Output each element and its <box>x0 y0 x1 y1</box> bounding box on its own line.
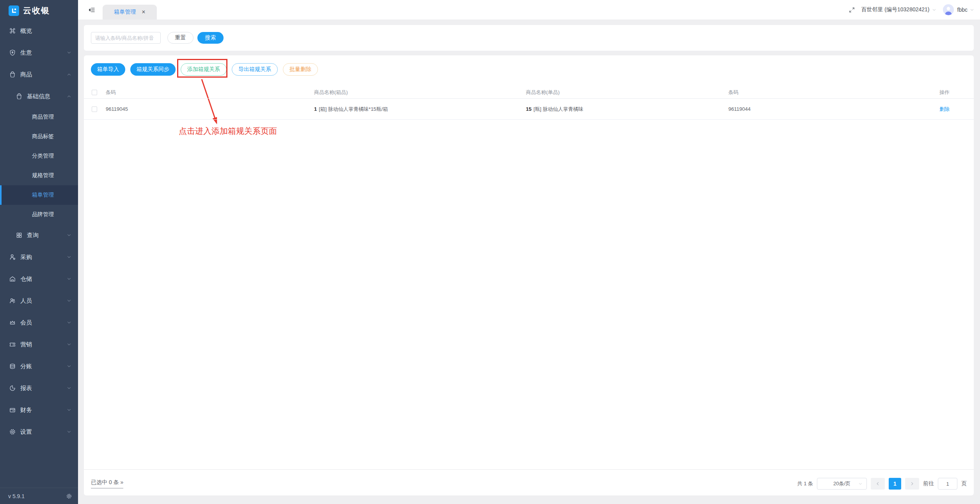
sidebar-item-label: 分类管理 <box>32 153 54 160</box>
ledger-icon <box>9 363 16 370</box>
sidebar-item-ledger[interactable]: 分账 <box>0 355 78 377</box>
row-barcode-unit: 96119044 <box>728 99 751 119</box>
sync-box-spec-button[interactable]: 箱规关系同步 <box>130 63 176 76</box>
table-panel: 箱单导入 箱规关系同步 添加箱规关系 导出箱规关系 批量删除 点击进入添加箱规关… <box>84 55 974 495</box>
reset-button[interactable]: 重置 <box>167 32 194 44</box>
page-size-select[interactable]: 20条/页 <box>817 478 867 490</box>
sidebar-item-label: 品牌管理 <box>32 211 54 218</box>
menu-fold-icon[interactable] <box>88 6 96 14</box>
staff-icon <box>9 297 16 304</box>
row-name-box: 1 [箱] 脉动仙人掌青橘味*15瓶/箱 <box>314 99 388 119</box>
chevron-down-icon <box>67 50 71 55</box>
sidebar-item-marketing[interactable]: 营销 <box>0 334 78 355</box>
search-button[interactable]: 搜索 <box>197 32 224 44</box>
purchase-icon <box>9 254 16 261</box>
page-number-1[interactable]: 1 <box>889 478 901 490</box>
sidebar-item-label: 箱单管理 <box>32 192 54 199</box>
sidebar-item-goods[interactable]: 商品 <box>0 64 78 85</box>
sidebar-item-packing-manage[interactable]: 箱单管理 <box>0 185 78 205</box>
sidebar-item-label: 营销 <box>20 341 32 348</box>
batch-delete-button[interactable]: 批量删除 <box>283 63 318 76</box>
store-dropdown[interactable]: 百世邻里 (编号1032802421) <box>861 6 936 13</box>
sidebar-item-label: 人员 <box>20 297 32 305</box>
sidebar-item-business[interactable]: 生意 <box>0 42 78 64</box>
sidebar-menu: 概览生意商品基础信息商品管理商品标签分类管理规格管理箱单管理品牌管理查询采购仓储… <box>0 20 78 443</box>
report-icon <box>9 385 16 392</box>
sidebar-item-query[interactable]: 查询 <box>0 224 78 246</box>
add-box-spec-button[interactable]: 添加箱规关系 <box>181 63 227 76</box>
col-barcode-box: 条码 <box>106 87 116 98</box>
row-checkbox[interactable] <box>92 106 97 112</box>
sidebar-item-label: 分账 <box>20 363 32 370</box>
goto-page-input[interactable] <box>938 478 957 490</box>
info-icon <box>16 93 23 100</box>
sidebar-item-spec-manage[interactable]: 规格管理 <box>0 166 78 185</box>
sidebar-item-label: 采购 <box>20 254 32 261</box>
sidebar-item-finance[interactable]: 财务 <box>0 399 78 421</box>
chevron-down-icon <box>67 386 71 390</box>
search-input[interactable] <box>91 32 161 44</box>
chevron-up-icon <box>67 72 71 77</box>
avatar[interactable] <box>943 4 954 15</box>
top-header: 箱单管理 × 百世邻里 (编号1032802421) fbbc <box>78 0 980 20</box>
finance-icon <box>9 406 16 413</box>
chevron-up-icon <box>67 94 71 99</box>
chevron-down-icon <box>67 255 71 259</box>
marketing-icon <box>9 341 16 348</box>
sidebar-item-warehouse[interactable]: 仓储 <box>0 268 78 290</box>
member-icon <box>9 319 16 326</box>
chevron-down-icon <box>67 320 71 325</box>
next-page-button[interactable] <box>905 478 919 490</box>
prev-page-button[interactable] <box>871 478 885 490</box>
app-window: 云收银 概览生意商品基础信息商品管理商品标签分类管理规格管理箱单管理品牌管理查询… <box>0 0 980 504</box>
sidebar-item-report[interactable]: 报表 <box>0 377 78 399</box>
sidebar-item-label: 商品管理 <box>32 114 54 121</box>
table-header-row: 条码 商品名称(箱品) 商品名称(单品) 条码 操作 <box>84 87 974 99</box>
col-barcode-unit: 条码 <box>728 87 739 98</box>
chevron-down-icon <box>67 298 71 303</box>
app-logo: 云收银 <box>0 0 78 16</box>
sidebar-item-member[interactable]: 会员 <box>0 312 78 334</box>
sidebar-item-overview[interactable]: 概览 <box>0 20 78 42</box>
col-name-unit: 商品名称(单品) <box>526 87 560 98</box>
sidebar: 云收银 概览生意商品基础信息商品管理商品标签分类管理规格管理箱单管理品牌管理查询… <box>0 0 78 504</box>
footer-gear-icon[interactable] <box>66 493 72 499</box>
tab-close-icon[interactable]: × <box>142 9 145 15</box>
pagination: 共 1 条 20条/页 1 前往 页 <box>797 478 967 490</box>
sidebar-item-goods-manage[interactable]: 商品管理 <box>0 107 78 127</box>
total-count: 共 1 条 <box>797 480 813 487</box>
sidebar-item-brand-manage[interactable]: 品牌管理 <box>0 205 78 224</box>
select-all-checkbox[interactable] <box>92 90 97 95</box>
sidebar-item-basic-info[interactable]: 基础信息 <box>0 85 78 107</box>
chevron-down-icon <box>67 277 71 281</box>
settings-icon <box>9 428 16 435</box>
sidebar-item-category-manage[interactable]: 分类管理 <box>0 146 78 166</box>
sidebar-item-staff[interactable]: 人员 <box>0 290 78 312</box>
chevron-down-icon <box>67 408 71 412</box>
sidebar-item-purchase[interactable]: 采购 <box>0 246 78 268</box>
row-name-unit: 15 [瓶] 脉动仙人掌青橘味 <box>526 99 583 119</box>
selected-count[interactable]: 已选中 0 条 » <box>91 479 123 488</box>
delete-link[interactable]: 删除 <box>939 106 950 113</box>
import-packing-button[interactable]: 箱单导入 <box>91 63 125 76</box>
sidebar-item-settings[interactable]: 设置 <box>0 421 78 443</box>
annotation-text: 点击进入添加箱规关系页面 <box>179 126 277 137</box>
chevron-down-icon <box>67 233 71 238</box>
overview-icon <box>9 27 16 34</box>
sidebar-item-label: 生意 <box>20 49 32 57</box>
user-dropdown[interactable]: fbbc <box>957 7 974 13</box>
toolbar: 箱单导入 箱规关系同步 添加箱规关系 导出箱规关系 批量删除 <box>84 55 974 76</box>
sidebar-item-label: 基础信息 <box>27 93 50 100</box>
tab-packing-manage[interactable]: 箱单管理 × <box>103 5 157 20</box>
logo-icon <box>9 5 19 16</box>
fullscreen-icon[interactable] <box>849 7 855 13</box>
export-box-spec-button[interactable]: 导出箱规关系 <box>232 63 278 76</box>
sidebar-item-label: 财务 <box>20 406 32 414</box>
sidebar-item-label: 规格管理 <box>32 172 54 179</box>
chevron-down-icon <box>932 8 936 12</box>
panel-footer: 已选中 0 条 » 共 1 条 20条/页 1 前往 页 <box>84 469 974 495</box>
goto-label: 前往 <box>923 480 934 487</box>
header-right: 百世邻里 (编号1032802421) fbbc <box>849 0 974 20</box>
col-action: 操作 <box>939 87 950 98</box>
sidebar-item-goods-tag[interactable]: 商品标签 <box>0 127 78 146</box>
